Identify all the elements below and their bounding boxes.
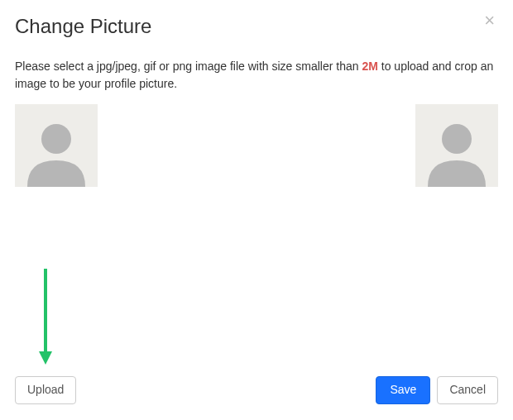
svg-point-1 [442, 124, 472, 154]
person-icon [415, 104, 498, 187]
modal-title: Change Picture [15, 15, 498, 38]
change-picture-modal: × Change Picture Please select a jpg/jpe… [0, 0, 513, 420]
svg-marker-3 [39, 351, 52, 365]
svg-point-0 [41, 124, 71, 154]
cancel-button[interactable]: Cancel [437, 376, 498, 404]
close-icon[interactable]: × [484, 12, 495, 30]
avatar-placeholder-left [15, 104, 98, 187]
save-button[interactable]: Save [376, 376, 430, 404]
avatar-placeholder-right [415, 104, 498, 187]
size-limit: 2M [362, 60, 377, 73]
person-icon [15, 104, 98, 187]
modal-description: Please select a jpg/jpeg, gif or png ima… [15, 58, 498, 93]
annotation-arrow [41, 269, 50, 365]
button-row: Upload Save Cancel [15, 376, 498, 404]
avatar-row [15, 104, 498, 187]
upload-button[interactable]: Upload [15, 376, 76, 404]
desc-before: Please select a jpg/jpeg, gif or png ima… [15, 60, 362, 73]
